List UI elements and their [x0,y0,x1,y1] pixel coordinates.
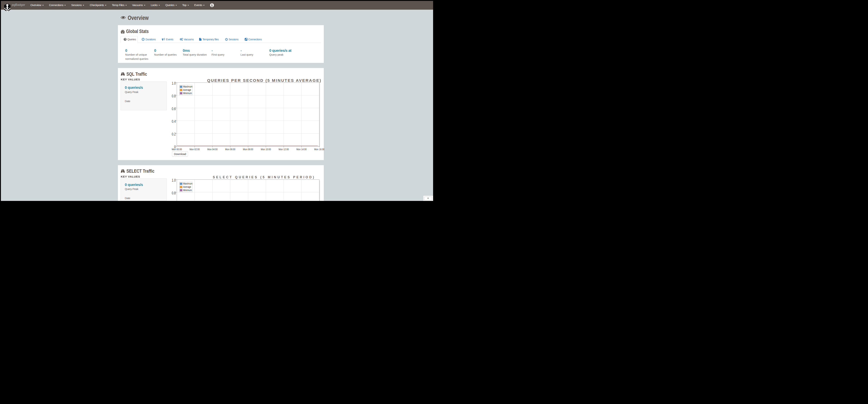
svg-text:Average: Average [183,185,191,188]
svg-text:0.8: 0.8 [172,94,176,98]
svg-text:0.6: 0.6 [172,107,176,111]
svg-text:Mon 06:00: Mon 06:00 [225,148,235,151]
svg-text:Maximum: Maximum [183,182,193,185]
svg-text:1.0: 1.0 [172,178,176,182]
svg-text:Minimum: Minimum [183,92,192,95]
svg-text:0.8: 0.8 [172,191,176,195]
svg-text:1.0: 1.0 [172,81,176,86]
svg-text:Maximum: Maximum [183,85,193,88]
svg-text:Average: Average [183,88,191,91]
svg-text:Mon 08:00: Mon 08:00 [243,148,253,151]
svg-text:QUERIES PER SECOND (5 MINUTES: QUERIES PER SECOND (5 MINUTES AVERAGE) [207,78,321,83]
svg-text:Mon 10:00: Mon 10:00 [261,148,271,151]
svg-text:Mon 14:00: Mon 14:00 [297,148,307,151]
svg-text:0.2: 0.2 [172,132,176,136]
svg-text:Minimum: Minimum [183,189,192,192]
svg-text:SELECT QUERIES (5 MINUTES PERI: SELECT QUERIES (5 MINUTES PERIOD) [213,175,315,179]
svg-text:Mon 16:00: Mon 16:00 [314,148,324,151]
svg-text:Mon 02:00: Mon 02:00 [189,148,200,151]
svg-text:Mon 04:00: Mon 04:00 [207,148,218,151]
svg-text:Mon 00:00: Mon 00:00 [172,148,182,151]
svg-text:0.4: 0.4 [172,119,176,124]
svg-text:Mon 12:00: Mon 12:00 [279,148,289,151]
